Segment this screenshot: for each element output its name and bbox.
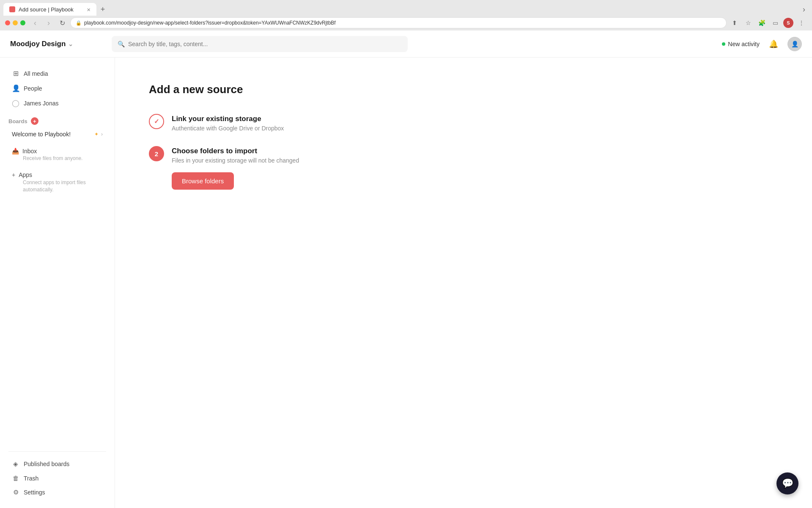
people-label: People [24, 85, 42, 92]
page-title: Add a new source [149, 83, 778, 96]
browser-action-sidebar[interactable]: ▭ [770, 17, 781, 28]
sidebar-item-all-media[interactable]: ⊞ All media [3, 66, 111, 81]
browser-menu-button[interactable]: ⋮ [796, 17, 807, 28]
brand-name: Moodjoy Design [10, 40, 66, 48]
brand-chevron-icon: ⌄ [68, 41, 73, 47]
brand[interactable]: Moodjoy Design ⌄ [10, 40, 103, 48]
step-1-desc: Authenticate with Google Drive or Dropbo… [172, 125, 284, 132]
layout: ⊞ All media 👤 People ◯ James Jonas Board… [0, 58, 812, 508]
chat-icon: 💬 [782, 478, 793, 489]
url-bar[interactable]: 🔒 playbook.com/moodjoy-design/new-app/se… [70, 17, 727, 28]
sidebar-apps-header[interactable]: + Apps [12, 171, 103, 178]
people-icon: 👤 [12, 84, 19, 92]
search-bar[interactable]: 🔍 [112, 36, 408, 52]
traffic-light-red[interactable] [5, 20, 10, 25]
step-1-title: Link your existing storage [172, 115, 284, 123]
steps: ✓ Link your existing storage Authenticat… [149, 113, 778, 190]
browse-folders-button[interactable]: Browse folders [172, 172, 234, 190]
apps-sub: Connect apps to import files automatical… [12, 179, 103, 193]
bell-icon: 🔔 [769, 39, 778, 49]
user-avatar[interactable]: 👤 [787, 37, 802, 51]
sidebar-apps: + Apps Connect apps to import files auto… [3, 168, 111, 197]
browser-action-ext[interactable]: 🧩 [756, 17, 767, 28]
settings-icon: ⚙ [12, 489, 19, 496]
sidebar-item-james-jonas[interactable]: ◯ James Jonas [3, 96, 111, 110]
new-activity-label: New activity [728, 41, 760, 47]
james-jonas-label: James Jonas [24, 100, 58, 107]
trash-icon: 🗑 [12, 475, 19, 482]
sidebar-item-published-boards[interactable]: ◈ Published boards [3, 457, 111, 471]
sidebar-inbox: 📥 Inbox Receive files from anyone. [3, 144, 111, 165]
step-1-content: Link your existing storage Authenticate … [172, 115, 284, 132]
url-text: playbook.com/moodjoy-design/new-app/sele… [84, 20, 336, 26]
welcome-star-icon: ✦ [94, 131, 99, 137]
sidebar-item-settings[interactable]: ⚙ Settings [3, 485, 111, 500]
welcome-board-label: Welcome to Playbook! [12, 131, 92, 138]
search-input[interactable] [128, 41, 402, 47]
browser-chrome: Add source | Playbook × + › ‹ › ↻ 🔒 play… [0, 0, 812, 30]
step-2-desc: Files in your existing storage will not … [172, 157, 299, 164]
all-media-label: All media [24, 70, 48, 77]
browser-action-share[interactable]: ⬆ [729, 17, 740, 28]
tab-close-icon[interactable]: × [87, 6, 91, 13]
all-media-icon: ⊞ [12, 69, 19, 77]
published-boards-label: Published boards [24, 461, 69, 467]
nav-reload-button[interactable]: ↻ [57, 17, 68, 28]
tab-more-button[interactable]: › [799, 3, 809, 16]
sidebar-item-trash[interactable]: 🗑 Trash [3, 471, 111, 485]
activity-dot [722, 42, 725, 46]
trash-label: Trash [24, 475, 38, 482]
apps-icon: + [12, 171, 15, 178]
settings-label: Settings [24, 489, 45, 496]
inbox-label: Inbox [22, 148, 37, 155]
step-2: 2 Choose folders to import Files in your… [149, 145, 778, 190]
sidebar-item-welcome-board[interactable]: Welcome to Playbook! ✦ › [3, 127, 111, 141]
tab-favicon [9, 6, 15, 12]
step-2-title: Choose folders to import [172, 147, 299, 155]
inbox-sub: Receive files from anyone. [12, 155, 103, 161]
app: Moodjoy Design ⌄ 🔍 New activity 🔔 👤 ⊞ [0, 30, 812, 508]
main-content: Add a new source ✓ Link your existing st… [115, 58, 812, 508]
step-2-content: Choose folders to import Files in your e… [172, 147, 299, 190]
nav-right: New activity 🔔 👤 [722, 37, 802, 51]
published-boards-icon: ◈ [12, 460, 19, 468]
browser-user-avatar[interactable]: S [783, 18, 793, 28]
apps-label: Apps [19, 171, 32, 178]
tab-title: Add source | Playbook [19, 6, 83, 13]
search-icon: 🔍 [118, 41, 125, 47]
notifications-button[interactable]: 🔔 [766, 37, 781, 51]
nav-forward-button[interactable]: › [43, 17, 54, 28]
traffic-light-yellow[interactable] [13, 20, 18, 25]
chat-fab[interactable]: 💬 [776, 472, 798, 494]
james-jonas-icon: ◯ [12, 99, 19, 107]
welcome-chevron-icon: › [101, 131, 103, 137]
sidebar: ⊞ All media 👤 People ◯ James Jonas Board… [0, 58, 115, 508]
lock-icon: 🔒 [76, 20, 82, 26]
browser-action-bookmark[interactable]: ☆ [743, 17, 754, 28]
boards-add-button[interactable]: + [31, 117, 38, 125]
nav-back-button[interactable]: ‹ [30, 17, 41, 28]
sidebar-item-people[interactable]: 👤 People [3, 81, 111, 96]
step-2-indicator: 2 [149, 146, 164, 161]
boards-label: Boards [8, 118, 27, 124]
sidebar-inbox-header[interactable]: 📥 Inbox [12, 148, 103, 155]
boards-section: Boards + [0, 110, 115, 127]
inbox-icon: 📥 [12, 148, 19, 155]
step-1: ✓ Link your existing storage Authenticat… [149, 113, 778, 132]
traffic-light-green[interactable] [20, 20, 25, 25]
top-nav: Moodjoy Design ⌄ 🔍 New activity 🔔 👤 [0, 30, 812, 58]
avatar-icon: 👤 [791, 41, 798, 47]
step-1-indicator: ✓ [149, 114, 164, 129]
sidebar-divider [8, 451, 106, 452]
browser-tab[interactable]: Add source | Playbook × [3, 3, 96, 16]
sidebar-spacer [0, 197, 115, 446]
new-tab-button[interactable]: + [96, 3, 109, 16]
new-activity-button[interactable]: New activity [722, 41, 760, 47]
